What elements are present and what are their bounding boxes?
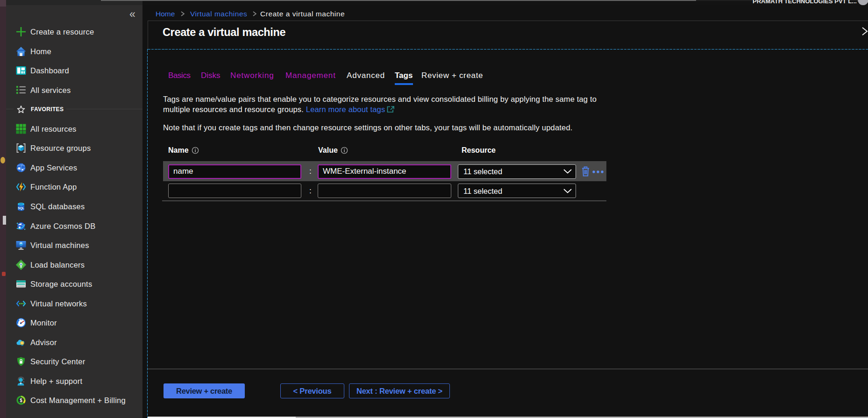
svg-text:$: $ <box>20 398 22 403</box>
svg-text:SQL: SQL <box>18 206 24 210</box>
